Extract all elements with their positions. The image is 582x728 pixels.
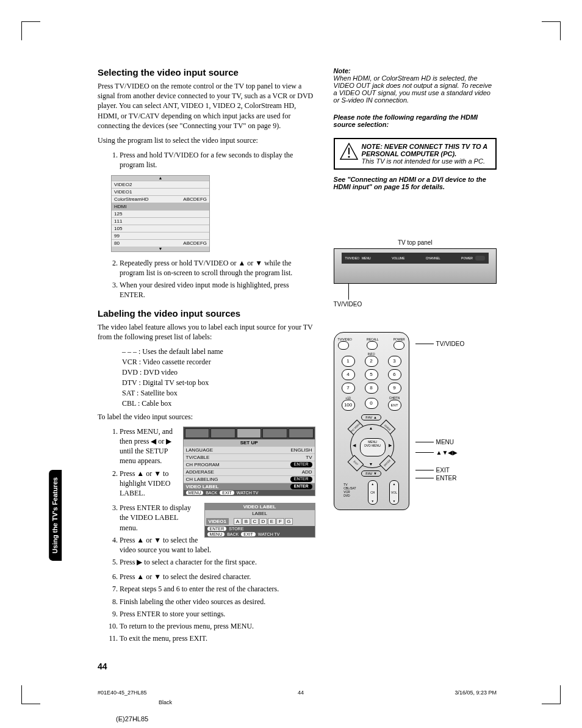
please-note: Please note the following regarding the …	[334, 114, 497, 128]
footer-model: (E)27HL85	[116, 715, 545, 723]
crop-mark	[542, 21, 561, 40]
subhead-proglist: Using the program list to select the vid…	[98, 135, 315, 145]
heading-selecting: Selecting the video input source	[98, 67, 315, 77]
heading-labeling: Labeling the video input sources	[98, 308, 315, 319]
warning-icon	[340, 143, 358, 160]
step: Finish labeling the other video sources …	[120, 597, 315, 607]
step: When your desired video input mode is hi…	[120, 280, 315, 300]
step: To return to the previous menu, press ME…	[120, 621, 315, 631]
crop-mark	[21, 21, 40, 40]
program-list-diagram: ▲ VIDEO2 VIDEO1 ColorStreamHDABCDEFG HDM…	[111, 175, 210, 252]
step: To exit the menu, press EXIT.	[120, 633, 315, 643]
warning-box: NOTE: NEVER CONNECT THIS TV TO A PERSONA…	[334, 138, 497, 170]
step: Press ENTER to store your settings.	[120, 609, 315, 619]
step: Press ▶ to select a character for the fi…	[120, 557, 315, 567]
step: Press ▲ or ▼ to select the desired chara…	[120, 572, 315, 582]
footer-page: 44	[298, 690, 304, 696]
label-intro: The video label feature allows you to la…	[98, 322, 315, 342]
step: Press ▲ or ▼ to select the video source …	[120, 535, 315, 555]
step: Repeat steps 5 and 6 to enter the rest o…	[120, 584, 315, 594]
remote-diagram: TV/VIDEO RECALL POWER INFO 123 456 789 +…	[334, 332, 409, 510]
crop-mark	[21, 685, 40, 704]
step: Repeatedly press or hold TV/VIDEO or ▲ o…	[120, 258, 315, 278]
label-steps-intro: To label the video input sources:	[98, 412, 315, 422]
note-block: Note: When HDMI, or ColorStream HD is se…	[334, 67, 497, 104]
footer-timestamp: 3/16/05, 9:23 PM	[454, 690, 497, 696]
page-number: 44	[98, 661, 315, 671]
remote-callouts: TV/VIDEO MENU ▲▼◀▶ EXIT ENTER	[415, 332, 465, 510]
footer-filename: #01E40-45_27HL85	[98, 690, 147, 696]
setup-menu-diagram: SET UP LANGUAGEENGLISH TV/CABLETV CH PRO…	[183, 427, 315, 496]
video-label-menu-diagram: VIDEO LABEL LABEL VIDEO1 A B C D E F G	[204, 503, 315, 538]
crop-mark	[542, 685, 561, 704]
step: Press and hold TV/VIDEO for a few second…	[120, 150, 315, 170]
intro-para: Press TV/VIDEO on the remote control or …	[98, 81, 315, 131]
section-tab: Using the TV's Features	[49, 470, 62, 561]
svg-point-2	[348, 156, 350, 157]
see-note: See "Connecting an HDMI or a DVI device …	[334, 176, 497, 190]
footer-color: Black	[159, 699, 545, 705]
label-definitions: – – – : Uses the default label name VCR …	[122, 347, 315, 408]
tv-top-panel-diagram: TV top panel TV/VIDEOMENU VOLUME CHANNEL…	[334, 239, 497, 308]
